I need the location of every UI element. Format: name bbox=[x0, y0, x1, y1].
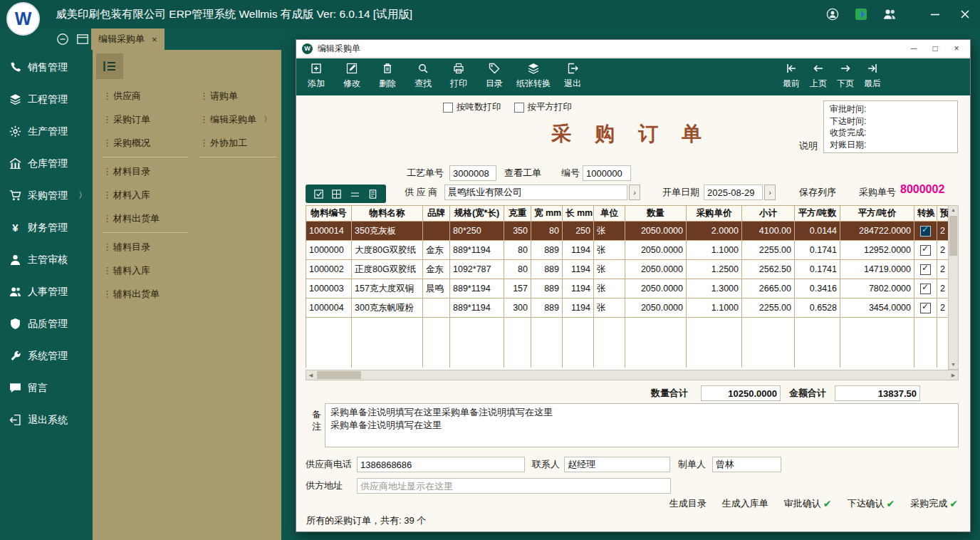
date-input[interactable] bbox=[704, 185, 763, 200]
cell[interactable]: 80 bbox=[531, 222, 563, 241]
column-header[interactable]: 克重 bbox=[504, 206, 531, 222]
users-icon[interactable] bbox=[883, 8, 896, 21]
cell[interactable]: 3454.0000 bbox=[840, 298, 914, 318]
submenu-item-edit-purchase-order[interactable]: ⋮编辑采购单〉 bbox=[197, 108, 279, 131]
convert-checkbox[interactable] bbox=[920, 226, 931, 237]
cell[interactable]: 250 bbox=[563, 222, 594, 241]
sidebar-item-engineering[interactable]: 工程管理 bbox=[0, 83, 93, 115]
cell[interactable]: 350 bbox=[504, 222, 531, 241]
cell[interactable]: 1.3000 bbox=[687, 279, 742, 298]
account-icon[interactable] bbox=[826, 8, 839, 21]
cell[interactable]: 889 bbox=[531, 298, 563, 318]
cell[interactable]: 157 bbox=[504, 279, 531, 298]
column-header[interactable]: 采购单价 bbox=[687, 206, 742, 222]
horizontal-scrollbar[interactable]: ◀ ▶ bbox=[306, 370, 959, 380]
minimize-button[interactable] bbox=[929, 8, 942, 21]
cell[interactable]: 1194 bbox=[563, 298, 594, 318]
column-header[interactable]: 平方/吨数 bbox=[795, 206, 840, 222]
add-button[interactable]: 添加 bbox=[298, 58, 334, 95]
column-header[interactable]: 预 bbox=[937, 206, 949, 222]
column-header[interactable]: 长 mm bbox=[563, 206, 594, 222]
column-header[interactable]: 小计 bbox=[742, 206, 795, 222]
sidebar-item-supervisor-review[interactable]: 主管审核 bbox=[0, 244, 93, 276]
cell[interactable]: 1.1000 bbox=[687, 241, 742, 260]
column-header[interactable]: 平方/吨价 bbox=[840, 206, 914, 222]
scrollbar-thumb[interactable] bbox=[949, 216, 957, 256]
cell[interactable]: 284722.0000 bbox=[840, 222, 914, 241]
cell[interactable]: 1194 bbox=[563, 241, 594, 260]
cell[interactable]: 1092*787 bbox=[450, 260, 504, 279]
cell[interactable]: 14719.0000 bbox=[840, 260, 914, 279]
cell[interactable]: 2050.0000 bbox=[625, 260, 687, 279]
cell-extra[interactable]: 2 bbox=[937, 279, 949, 298]
supplier-phone-input[interactable] bbox=[357, 457, 525, 472]
cell[interactable]: 157克大度双铜 bbox=[352, 279, 423, 298]
cell[interactable]: 889 bbox=[531, 279, 563, 298]
sidebar-item-sales[interactable]: 销售管理 bbox=[0, 51, 93, 83]
action-generate-inbound[interactable]: 生成入库单✔ bbox=[722, 497, 768, 510]
cell[interactable]: 2050.0000 bbox=[625, 279, 687, 298]
check-rows-icon[interactable] bbox=[313, 189, 324, 199]
cell[interactable]: 80 bbox=[504, 241, 531, 260]
print-by-tons-checkbox[interactable]: 按吨数打印 bbox=[443, 101, 501, 113]
qty-total-input[interactable] bbox=[701, 385, 781, 401]
cell-extra[interactable]: 2 bbox=[937, 260, 949, 279]
cell[interactable]: 1000002 bbox=[306, 260, 352, 279]
dialog-titlebar[interactable]: W 编辑采购单 ─ □ × bbox=[296, 40, 970, 58]
scroll-right-icon[interactable]: ▶ bbox=[949, 370, 958, 380]
column-header[interactable]: 宽 mm bbox=[531, 206, 563, 222]
craft-no-input[interactable] bbox=[449, 165, 496, 181]
delete-button[interactable]: 删除 bbox=[370, 58, 405, 95]
cell[interactable]: 2255.00 bbox=[742, 241, 795, 260]
sidebar-item-production[interactable]: 生产管理 bbox=[0, 115, 93, 147]
cell[interactable]: 889*1194 bbox=[450, 241, 504, 260]
submenu-item-material-inbound[interactable]: ⋮材料入库 bbox=[100, 183, 191, 207]
action-purchase-complete[interactable]: 采购完成✔ bbox=[910, 497, 958, 510]
table-row[interactable]: 1000014350克灰板80*25035080250张2050.00002.0… bbox=[306, 222, 949, 241]
cell[interactable]: 1194 bbox=[563, 260, 594, 279]
dialog-close-button[interactable]: × bbox=[946, 41, 967, 56]
cell[interactable]: 张 bbox=[594, 241, 625, 260]
print-by-sqm-checkbox[interactable]: 按平方打印 bbox=[514, 101, 573, 113]
submenu-item-outsourcing[interactable]: ⋮外协加工 bbox=[197, 131, 279, 155]
cell[interactable]: 2.0000 bbox=[687, 222, 742, 241]
scroll-up-icon[interactable]: ▲ bbox=[949, 206, 958, 214]
supplier-address-input[interactable] bbox=[357, 478, 671, 494]
tab-edit-purchase-order[interactable]: 编辑采购单 × bbox=[91, 28, 165, 50]
sidebar-item-purchasing[interactable]: 采购管理 〉 bbox=[0, 180, 93, 212]
view-work-order-link[interactable]: 查看工单 bbox=[504, 165, 541, 181]
sidebar-item-exit[interactable]: 退出系统 bbox=[0, 404, 93, 436]
cell-extra[interactable]: 2 bbox=[937, 241, 949, 260]
cell[interactable]: 0.1741 bbox=[795, 260, 840, 279]
document-icon[interactable] bbox=[368, 189, 378, 199]
order-no-input[interactable] bbox=[583, 165, 631, 181]
cell[interactable]: 张 bbox=[594, 260, 625, 279]
table-row[interactable]: 1000000大度80G双胶纸金东889*1194808891194张2050.… bbox=[306, 241, 949, 260]
cell[interactable]: 0.6528 bbox=[795, 298, 840, 318]
table-row[interactable]: 1000002正度80G双胶纸金东1092*787808891194张2050.… bbox=[306, 260, 949, 279]
close-button[interactable] bbox=[959, 8, 971, 21]
scroll-down-icon[interactable]: ▼ bbox=[949, 360, 958, 369]
first-button[interactable]: 最前 bbox=[778, 58, 805, 95]
sidebar-item-quality[interactable]: 品质管理 bbox=[0, 308, 93, 340]
cell[interactable]: 张 bbox=[594, 298, 625, 318]
search-button[interactable]: 查找 bbox=[405, 58, 441, 95]
brand-icon[interactable] bbox=[855, 8, 867, 21]
cell[interactable]: 889 bbox=[531, 260, 563, 279]
sidebar-item-warehouse[interactable]: 仓库管理 bbox=[0, 147, 93, 180]
cell[interactable]: 7802.0000 bbox=[840, 279, 914, 298]
sidebar-item-finance[interactable]: ¥ 财务管理 bbox=[0, 212, 93, 244]
column-header[interactable]: 规格(宽*长) bbox=[450, 206, 504, 222]
submenu-item-aux-catalog[interactable]: ⋮辅料目录 bbox=[100, 235, 191, 259]
cell[interactable]: 大度80G双胶纸 bbox=[352, 241, 423, 260]
cell[interactable]: 1000004 bbox=[306, 298, 352, 318]
action-approve-confirm[interactable]: 审批确认✔ bbox=[784, 497, 832, 510]
dialog-minimize-button[interactable]: ─ bbox=[903, 41, 924, 56]
window-icon[interactable] bbox=[75, 32, 90, 46]
modify-button[interactable]: 修改 bbox=[334, 58, 370, 95]
next-button[interactable]: 下页 bbox=[832, 58, 859, 95]
cell[interactable]: 金东 bbox=[423, 260, 450, 279]
maker-input[interactable] bbox=[712, 457, 781, 472]
vertical-scrollbar[interactable]: ▲ ▼ bbox=[948, 205, 959, 370]
column-header[interactable]: 物料编号 bbox=[306, 206, 352, 222]
